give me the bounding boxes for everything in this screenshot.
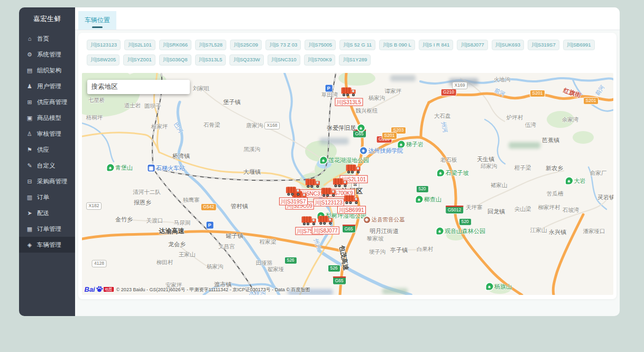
sidebar-item[interactable]: ⊟ 采购商管理	[19, 173, 75, 189]
plate-button[interactable]: 川|S8J077	[457, 40, 487, 50]
plate-button[interactable]: 川|S8W205	[87, 54, 119, 65]
road-badge: G65	[342, 225, 355, 233]
vehicle-marker[interactable]: 川|S319S7	[279, 186, 307, 205]
map-label: 白果村	[417, 246, 434, 253]
sidebar-item[interactable]: ◈ 车辆管理	[19, 237, 75, 253]
map-label: 青堡山	[107, 163, 133, 171]
map-label: 明月江街道	[370, 227, 399, 235]
sidebar-item[interactable]: ▣ 商品模型	[19, 110, 75, 126]
vehicle-marker[interactable]: 川|S313L5	[335, 86, 363, 106]
road-badge: 526	[284, 257, 297, 264]
baidu-paw-icon	[96, 285, 103, 293]
sidebar-item[interactable]: ▤ 组织架构	[19, 62, 75, 78]
sidebar-item[interactable]: ▦ 订单管理	[19, 221, 75, 237]
road-badge: X169	[452, 82, 468, 89]
search-input[interactable]	[87, 80, 190, 94]
map-label: 俞家厂	[590, 170, 607, 177]
map-label: 黎家坡	[367, 235, 384, 243]
sidebar-item-label: 自定义	[37, 162, 56, 170]
map-label: 柳田村	[157, 259, 173, 266]
road-badge: 520	[416, 186, 428, 193]
sidebar-item[interactable]: ⊞ 供应商管理	[19, 94, 75, 110]
truck-icon	[320, 187, 336, 199]
map-label: 火地沟	[494, 76, 511, 84]
plate-button[interactable]: 川|S25C09	[230, 40, 262, 50]
content-card: 川|S123123川|S2L101川|SRK066川|S7L528川|S25C0…	[78, 33, 617, 299]
plate-button[interactable]: 川|SYZ001	[123, 54, 155, 65]
sidebar-item[interactable]: ➤ 配送	[19, 205, 75, 221]
plate-button[interactable]: 川|S I R 841	[419, 40, 454, 50]
map[interactable]: G210G210S201S201S203S201G542G65G65G65G50…	[82, 73, 613, 295]
blurred-label	[509, 142, 540, 149]
plate-button[interactable]: 川|SUK693	[492, 40, 524, 50]
map-label: 柳家坪村	[538, 204, 560, 211]
app-title: 嘉宏生鲜	[19, 7, 75, 31]
sidebar-item-label: 订单管理	[37, 225, 61, 233]
road-badge: S201	[583, 97, 599, 105]
map-label: 刘家咀	[193, 85, 210, 92]
plate-button[interactable]: 川|S1Y289	[339, 54, 371, 65]
plate-button[interactable]: 川|S123123	[87, 40, 121, 50]
plate-button[interactable]: 川|S313L5	[195, 54, 226, 65]
plate-button[interactable]: 川|S7L528	[195, 40, 226, 50]
plate-button[interactable]: 川|SNC310	[268, 54, 300, 65]
delivery-icon: ➤	[26, 210, 33, 217]
map-label: 马尿洞	[174, 219, 191, 227]
plate-button[interactable]: 川|SQ233W	[229, 54, 264, 65]
map-label: 程家梁	[260, 238, 277, 246]
sidebar-item[interactable]: ♟ 用户管理	[19, 78, 75, 94]
tab-bar: 车辆位置	[75, 7, 620, 30]
plate-button[interactable]: 川|S 73 Z 03	[265, 40, 301, 50]
road-badge: G65	[332, 276, 346, 285]
sidebar-item[interactable]: ⌂ 首页	[19, 31, 75, 47]
map-label: 观音山森林公园	[436, 227, 485, 235]
plate-button[interactable]: 川|S2L101	[124, 40, 155, 50]
plate-button[interactable]: 川|SB6991	[563, 40, 595, 50]
vehicle-marker[interactable]: 川|SB6991	[337, 194, 365, 214]
purchaser-icon: ⊟	[26, 178, 33, 185]
sidebar-item[interactable]: ▥ 订单	[19, 189, 75, 205]
blurred-label	[382, 288, 408, 294]
truck-icon	[286, 186, 301, 198]
truck-icon	[344, 194, 360, 207]
sidebar-item-label: 采购商管理	[37, 178, 68, 186]
sidebar-item[interactable]: ✎ 自定义	[19, 158, 75, 173]
map-label: 新农乡	[546, 164, 563, 172]
supply-icon: ⚑	[26, 146, 33, 153]
road-badge: X168	[264, 122, 280, 129]
map-label: 翟家垭	[268, 266, 284, 273]
plate-button[interactable]: 川|SRK066	[159, 40, 191, 50]
audit-icon: ♙	[26, 131, 33, 137]
sidebar-item[interactable]: ⚑ 供应	[19, 142, 75, 158]
map-label: 伍湾	[525, 122, 536, 129]
map-label: 道士岩	[124, 102, 141, 109]
map-label: 天坪寨	[466, 204, 483, 211]
map-label: 报恩乡	[134, 198, 151, 206]
sidebar-item-label: 商品模型	[37, 114, 61, 122]
plate-button[interactable]: 川|S 52 G 11	[339, 40, 375, 50]
truck-icon	[317, 215, 333, 227]
sidebar-item-label: 首页	[37, 35, 49, 43]
sidebar-item[interactable]: ⚙ 系统管理	[19, 47, 75, 62]
map-label: 榔查山	[416, 195, 441, 203]
map-label: 灵岩镇	[597, 193, 613, 201]
map-label: 关渡口	[146, 217, 163, 225]
tab-vehicle-location[interactable]: 车辆位置	[78, 11, 116, 30]
sidebar-item[interactable]: ♙ 审核管理	[19, 126, 75, 142]
main-panel: 车辆位置 川|S123123川|S2L101川|SRK066川|S7L528川|…	[75, 7, 620, 316]
map-label: 柑子梁	[514, 164, 531, 172]
plate-button[interactable]: 川|S319S7	[528, 40, 559, 50]
plate-button[interactable]: 川|S036Q8	[159, 54, 191, 65]
map-label: 尖山梁	[514, 206, 531, 213]
map-label: 王家山	[179, 251, 196, 258]
gear-icon: ⚙	[26, 51, 33, 58]
road-badge: X182	[86, 202, 102, 210]
vehicle-marker[interactable]: 川|S8J077	[311, 215, 339, 234]
map-label: 杨家沟	[369, 95, 385, 102]
plate-button[interactable]: 川|S75005	[305, 40, 336, 50]
map-label: 黑溪沟	[244, 146, 261, 153]
map-label: 石骨梁	[204, 122, 220, 129]
sidebar-item-label: 组织架构	[37, 67, 61, 75]
plate-button[interactable]: 川|S B 090 L	[379, 40, 415, 50]
plate-button[interactable]: 川|S700K9	[304, 54, 336, 65]
